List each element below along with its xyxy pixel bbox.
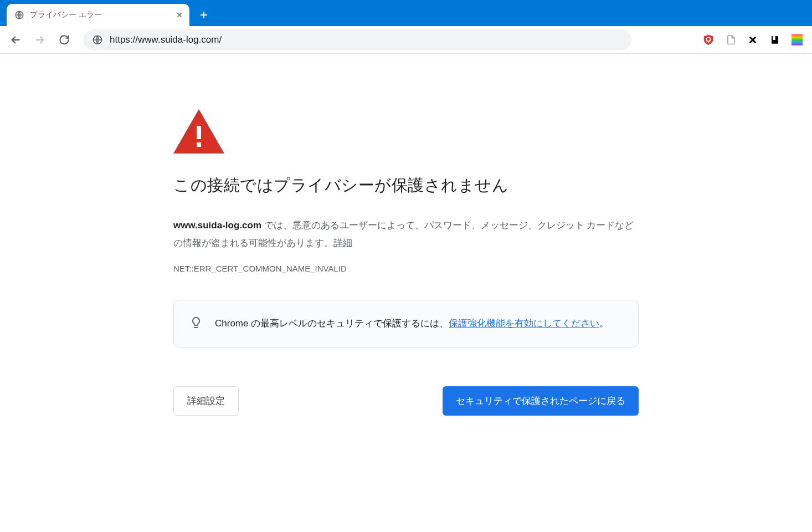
- note-icon[interactable]: [724, 34, 737, 46]
- page-content: この接続ではプライバシーが保護されません www.suida-log.com で…: [0, 54, 812, 416]
- svg-rect-3: [708, 40, 709, 43]
- suggestion-text: Chrome の最高レベルのセキュリティで保護するには、保護強化機能を有効にして…: [215, 315, 609, 332]
- browser-toolbar: https://www.suida-log.com/: [0, 26, 812, 54]
- tab-bar: プライバシー エラー: [0, 0, 812, 26]
- browser-tab[interactable]: プライバシー エラー: [7, 4, 189, 26]
- error-code: NET::ERR_CERT_COMMON_NAME_INVALID: [173, 264, 639, 273]
- lightbulb-icon: [189, 316, 203, 329]
- suggestion-before: Chrome の最高レベルのセキュリティで保護するには、: [215, 318, 449, 329]
- address-bar[interactable]: https://www.suida-log.com/: [83, 29, 631, 50]
- error-title: この接続ではプライバシーが保護されません: [173, 175, 639, 197]
- enhanced-protection-link[interactable]: 保護強化機能を有効にしてください: [449, 318, 599, 329]
- svg-rect-9: [197, 142, 201, 147]
- advanced-button[interactable]: 詳細設定: [173, 386, 239, 416]
- ublock-icon[interactable]: [702, 34, 715, 46]
- suggestion-after: 。: [599, 318, 609, 329]
- rainbow-icon[interactable]: [791, 34, 803, 46]
- globe-icon: [14, 10, 24, 20]
- forward-button[interactable]: [30, 30, 50, 50]
- button-row: 詳細設定 セキュリティで保護されたページに戻る: [173, 386, 639, 416]
- svg-rect-5: [773, 36, 775, 40]
- details-link[interactable]: 詳細: [333, 238, 352, 248]
- bookmark-icon[interactable]: [769, 34, 781, 46]
- cross-icon[interactable]: [747, 34, 759, 46]
- globe-icon: [92, 34, 103, 45]
- back-to-safety-button[interactable]: セキュリティで保護されたページに戻る: [443, 386, 639, 416]
- suggestion-box: Chrome の最高レベルのセキュリティで保護するには、保護強化機能を有効にして…: [173, 300, 639, 347]
- close-tab-icon[interactable]: [175, 11, 184, 19]
- extension-icons: [702, 34, 806, 46]
- reload-button[interactable]: [54, 30, 74, 50]
- tab-title: プライバシー エラー: [30, 10, 169, 20]
- error-body: www.suida-log.com では、悪意のあるユーザーによって、パスワード…: [173, 217, 639, 253]
- error-host: www.suida-log.com: [173, 220, 261, 231]
- warning-icon: [173, 109, 639, 154]
- new-tab-button[interactable]: [195, 6, 213, 24]
- ssl-error-container: この接続ではプライバシーが保護されません www.suida-log.com で…: [173, 109, 639, 416]
- url-text: https://www.suida-log.com/: [110, 34, 222, 45]
- back-button[interactable]: [6, 30, 25, 50]
- svg-rect-8: [197, 126, 201, 139]
